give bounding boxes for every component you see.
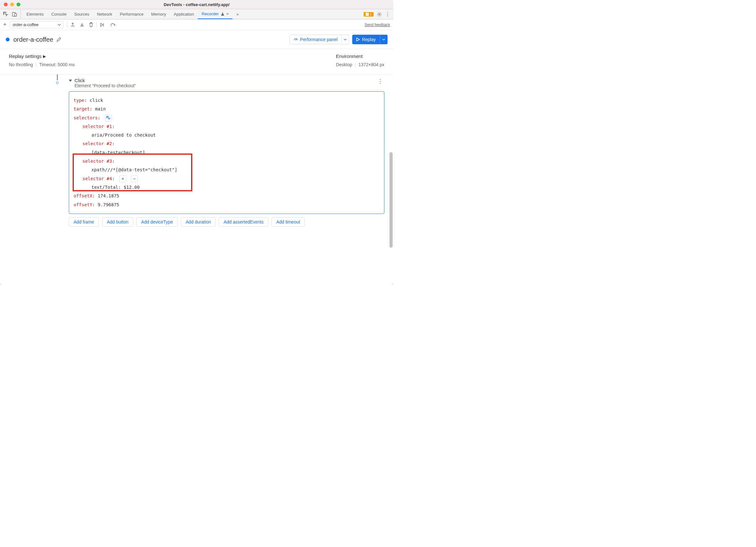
svg-point-6 [296, 40, 296, 40]
step-more-menu[interactable]: ⋮ [377, 78, 384, 85]
add-duration-button[interactable]: Add duration [181, 217, 216, 227]
kebab-menu-icon[interactable]: ⋮ [385, 11, 390, 17]
recording-selector[interactable]: order-a-coffee [10, 21, 64, 28]
scrollbar-thumb[interactable] [389, 152, 393, 248]
divider: | [355, 62, 356, 67]
record-indicator-icon [6, 38, 10, 41]
colon: : [112, 141, 115, 146]
performance-panel-label: Performance panel [300, 37, 338, 42]
tab-recorder-label: Recorder [202, 11, 218, 16]
step-details-panel: type: click target: main selectors: sele… [69, 91, 384, 214]
tab-memory[interactable]: Memory [147, 9, 170, 19]
add-button-button[interactable]: Add button [102, 217, 133, 227]
inspect-icon[interactable] [3, 12, 8, 17]
add-timeout-button[interactable]: Add timeout [272, 217, 305, 227]
type-value[interactable]: : click [84, 98, 103, 103]
tab-performance[interactable]: Performance [116, 9, 147, 19]
selector-3-key: selector #3 [82, 159, 112, 164]
selector-4-value[interactable]: text/Total: $12.00 [91, 185, 140, 190]
chevron-down-icon [58, 23, 61, 26]
tab-network[interactable]: Network [93, 9, 116, 19]
scrollbar[interactable] [389, 75, 393, 285]
selector-1-value[interactable]: aria/Proceed to checkout [91, 132, 156, 138]
settings-gear-icon[interactable] [377, 12, 382, 17]
export-icon[interactable] [70, 22, 75, 27]
offsety-value[interactable]: : 9.796875 [92, 202, 119, 207]
selector-3-value[interactable]: xpath///*[@data-test="checkout"] [91, 167, 177, 172]
step-over-icon[interactable] [110, 23, 116, 27]
replay-group: Replay [352, 35, 388, 44]
tabs-row: Elements Console Sources Network Perform… [0, 9, 393, 19]
add-assertedevents-button[interactable]: Add assertedEvents [219, 217, 268, 227]
selector-2-value[interactable]: [data-test=checkout] [91, 150, 145, 155]
offsetx-key: offsetX [74, 193, 92, 198]
send-feedback-link[interactable]: Send feedback [365, 23, 390, 27]
selectors-key: selectors [74, 115, 98, 120]
colon: : [112, 124, 115, 129]
element-picker-button[interactable] [105, 115, 112, 122]
colon: : [112, 159, 115, 164]
close-tab-icon[interactable]: × [226, 11, 229, 16]
add-recording-icon[interactable]: + [3, 21, 7, 28]
environment-label: Environment [336, 53, 384, 59]
delete-icon[interactable] [89, 22, 93, 27]
add-properties-row: Add frame Add button Add deviceType Add … [69, 217, 384, 227]
svg-rect-1 [15, 13, 17, 16]
add-frame-button[interactable]: Add frame [69, 217, 99, 227]
throttling-value: No throttling [9, 62, 33, 67]
type-key: type [74, 98, 84, 103]
replay-label: Replay [362, 37, 376, 42]
panel-tabs: Elements Console Sources Network Perform… [23, 9, 243, 19]
import-icon[interactable] [80, 22, 84, 27]
replay-button[interactable]: Replay [352, 35, 380, 44]
recording-name: order-a-coffee [13, 22, 39, 27]
replay-settings-label: Replay settings [9, 53, 42, 59]
colon: : [112, 176, 115, 181]
selector-2-key: selector #2 [82, 141, 112, 146]
recording-header: order-a-coffee Performance panel Replay [0, 30, 393, 49]
replay-dropdown[interactable] [380, 35, 388, 44]
target-key: target [74, 106, 90, 111]
replay-settings-toggle[interactable]: Replay settings ▶ [9, 53, 75, 59]
warnings-badge[interactable]: ! 1 [364, 12, 374, 17]
step-subtitle: Element "Proceed to checkout" [75, 83, 136, 88]
tab-sources[interactable]: Sources [70, 9, 93, 19]
warnings-count: 1 [370, 12, 372, 16]
timeout-value: Timeout: 5000 ms [39, 62, 75, 67]
selector-4-key: selector #4 [82, 176, 112, 181]
device-toolbar-icon[interactable] [12, 12, 17, 17]
devtools-window: DevTools - coffee-cart.netlify.app/ Elem… [0, 0, 393, 285]
window-title: DevTools - coffee-cart.netlify.app/ [0, 2, 393, 7]
offsety-key: offsetY [74, 202, 92, 207]
dimensions-value: 1372×804 px [359, 62, 384, 67]
svg-point-5 [111, 26, 111, 26]
tab-application[interactable]: Application [170, 9, 198, 19]
add-devicetype-button[interactable]: Add deviceType [136, 217, 178, 227]
titlebar: DevTools - coffee-cart.netlify.app/ [0, 0, 393, 9]
chevron-right-icon: ▶ [43, 54, 46, 59]
tab-recorder[interactable]: Recorder × [198, 9, 232, 19]
tab-elements[interactable]: Elements [23, 9, 47, 19]
divider: | [35, 62, 37, 67]
settings-row: Replay settings ▶ No throttling | Timeou… [0, 49, 393, 75]
collapse-step-icon[interactable] [69, 80, 72, 82]
performance-panel-group: Performance panel [289, 35, 349, 44]
selector-1-key: selector #1 [82, 124, 112, 129]
edit-title-icon[interactable] [56, 37, 61, 42]
step-bullet-icon [56, 82, 59, 84]
target-value[interactable]: : main [90, 106, 106, 111]
offsetx-value[interactable]: : 174.1875 [92, 193, 119, 198]
rail-line [57, 75, 58, 80]
step-title: Click [75, 78, 136, 83]
colon: : [98, 115, 100, 120]
remove-selector-button[interactable]: − [131, 175, 138, 182]
flask-icon [221, 12, 225, 16]
performance-panel-button[interactable]: Performance panel [289, 35, 342, 44]
tab-console[interactable]: Console [47, 9, 70, 19]
divider [67, 22, 67, 28]
svg-point-4 [379, 14, 380, 15]
performance-panel-dropdown[interactable] [342, 35, 349, 44]
add-selector-button[interactable]: + [119, 175, 126, 182]
more-tabs-button[interactable]: » [232, 9, 242, 19]
play-step-icon[interactable] [100, 23, 106, 27]
